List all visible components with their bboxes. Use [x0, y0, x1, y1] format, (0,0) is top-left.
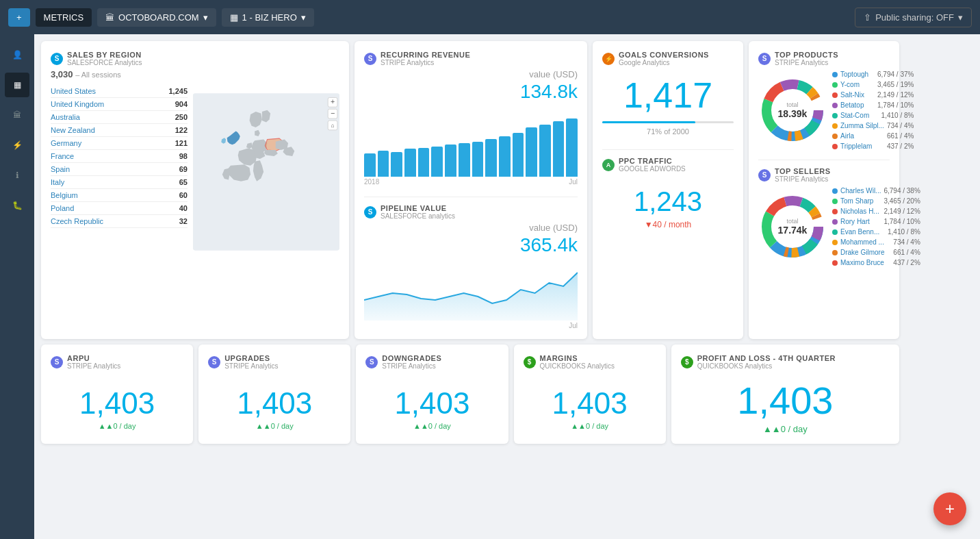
sidebar-item-profile[interactable]: 👤	[5, 42, 29, 67]
qb-icon-margins: $	[524, 356, 536, 368]
country-name: Belgium	[51, 191, 78, 199]
stripe-icon-rr: S	[364, 53, 376, 65]
sidebar-item-dashboard[interactable]: ▦	[5, 73, 29, 97]
product-values: 734 / 4%	[887, 122, 914, 129]
chevron-down-icon-3: ▾	[958, 12, 963, 23]
country-name: Italy	[51, 178, 64, 186]
recurring-revenue-card: S RECURRING REVENUE STRIPE Analytics val…	[354, 41, 587, 339]
list-item[interactable]: United Kingdom904	[51, 98, 188, 111]
sidebar-item-integrations[interactable]: ⚡	[5, 133, 29, 158]
product-dot	[832, 92, 838, 98]
country-name: France	[51, 152, 74, 160]
bar-item	[431, 147, 443, 177]
stripe-icon-ts: S	[758, 169, 771, 181]
list-item[interactable]: Poland40	[51, 202, 188, 215]
bar-chart-rr	[364, 108, 578, 177]
bar-item	[499, 136, 511, 177]
grid-icon: ▦	[230, 12, 238, 23]
map-container: + − ⌂	[193, 69, 339, 275]
list-item[interactable]: United States1,245	[51, 85, 188, 98]
profit-loss-card: $ PROFIT AND LOSS - 4th QUARTER QUICKBOO…	[671, 344, 899, 444]
bar-item	[364, 153, 376, 177]
seller-values: 6,794 / 38%	[884, 187, 920, 195]
product-name: Zumma Silpl...	[840, 122, 884, 129]
sidebar-item-debug[interactable]: 🐛	[5, 193, 29, 218]
seller-values: 3,465 / 20%	[884, 197, 920, 205]
list-item[interactable]: Italy65	[51, 176, 188, 189]
seller-name: Drake Gilmore	[840, 249, 890, 256]
card-header-downgrades: S DOWNGRADES STRIPE Analytics	[365, 354, 498, 370]
share-button[interactable]: ⇧ Public sharing: OFF ▾	[855, 8, 972, 27]
seller-name: Nicholas H...	[840, 208, 881, 215]
ppc-subtitle: GOOGLE ADWORDS	[619, 165, 686, 173]
country-count: 250	[175, 113, 188, 121]
upgrades-title: UPGRADES	[224, 354, 278, 362]
org-selector[interactable]: 🏛 OCTOBOARD.COM ▾	[97, 8, 216, 27]
product-name: Airla	[840, 132, 884, 140]
dashboard-selector[interactable]: ▦ 1 - BIZ HERO ▾	[222, 8, 314, 27]
country-name: Germany	[51, 139, 81, 147]
donut-chart-products: total 18.39k	[758, 76, 827, 145]
chevron-down-icon-2: ▾	[301, 12, 306, 23]
list-item[interactable]: Belgium60	[51, 189, 188, 202]
org-label: OCTOBOARD.COM	[118, 12, 199, 23]
sidebar-item-info[interactable]: ℹ	[5, 163, 29, 188]
plus-button[interactable]: +	[8, 8, 30, 27]
list-item: Salt-Nix2,149 / 12%	[832, 90, 914, 100]
ts-subtitle: STRIPE Analytics	[775, 175, 831, 183]
card-header-ts: S TOP SELLERS STRIPE Analytics	[758, 167, 890, 183]
stripe-icon-downgrades: S	[365, 356, 378, 368]
margins-change: ▲▲0 / day	[524, 422, 656, 430]
seller-dot	[832, 260, 838, 266]
metrics-button[interactable]: METRICS	[36, 8, 92, 27]
sidebar: 👤 ▦ 🏛 ⚡ ℹ 🐛	[0, 34, 34, 451]
seller-dot	[832, 240, 838, 245]
list-item: Evan Benn...1,410 / 8%	[832, 227, 920, 237]
pv-chart-labels: Jul	[364, 322, 578, 329]
product-name: Y-com	[840, 81, 875, 88]
list-item[interactable]: Australia250	[51, 111, 188, 124]
list-item: Airla661 / 4%	[832, 131, 914, 141]
list-item[interactable]: Spain69	[51, 163, 188, 176]
upgrades-change: ▲▲0 / day	[208, 422, 341, 430]
seller-name: Charles Wil...	[840, 187, 881, 195]
ppc-value: 1,243	[602, 186, 734, 217]
top-sellers-chart: total 17.74k Charles Wil...6,794 / 38%To…	[758, 186, 890, 268]
product-dot	[832, 123, 838, 129]
pv-value-label: value (USD)	[364, 223, 578, 233]
rr-subtitle: STRIPE Analytics	[381, 59, 470, 66]
country-name: United States	[51, 87, 96, 95]
list-item[interactable]: France98	[51, 150, 188, 163]
pv-title: PIPELINE VALUE	[381, 204, 455, 212]
list-item: Toptough6,794 / 37%	[832, 69, 914, 79]
list-item: Drake Gilmore661 / 4%	[832, 247, 920, 258]
sales-subtitle: SALESFORCE Analytics	[67, 59, 142, 66]
main-grid: S SALES BY REGION SALESFORCE Analytics 3…	[34, 34, 980, 451]
product-name: Toptough	[840, 71, 875, 78]
country-name: New Zealand	[51, 126, 95, 134]
product-values: 3,465 / 19%	[877, 81, 914, 88]
product-name: Betatop	[840, 101, 875, 109]
bar-item	[418, 148, 430, 177]
adwords-icon: A	[602, 159, 615, 171]
tp-subtitle: STRIPE Analytics	[775, 59, 838, 66]
sidebar-item-analytics[interactable]: 🏛	[5, 103, 29, 127]
seller-name: Evan Benn...	[840, 228, 885, 236]
pl-change: ▲▲0 / day	[681, 424, 890, 434]
downgrades-change: ▲▲0 / day	[365, 422, 498, 430]
pl-title: PROFIT AND LOSS - 4th QUARTER	[697, 354, 836, 362]
upgrades-subtitle: STRIPE Analytics	[224, 362, 278, 370]
bar-item	[472, 142, 484, 177]
list-item[interactable]: New Zealand122	[51, 124, 188, 137]
svg-text:⌂: ⌂	[331, 122, 335, 129]
tp-title: TOP PRODUCTS	[775, 51, 838, 59]
seller-dot	[832, 188, 838, 194]
line-chart-pv	[364, 259, 578, 321]
svg-text:+: +	[331, 97, 335, 105]
list-item: Y-com3,465 / 19%	[832, 79, 914, 90]
margins-value: 1,403	[524, 386, 656, 421]
bar-item	[459, 143, 470, 177]
product-values: 437 / 2%	[887, 142, 914, 150]
list-item[interactable]: Germany121	[51, 137, 188, 150]
list-item[interactable]: Czech Republic32	[51, 215, 188, 228]
